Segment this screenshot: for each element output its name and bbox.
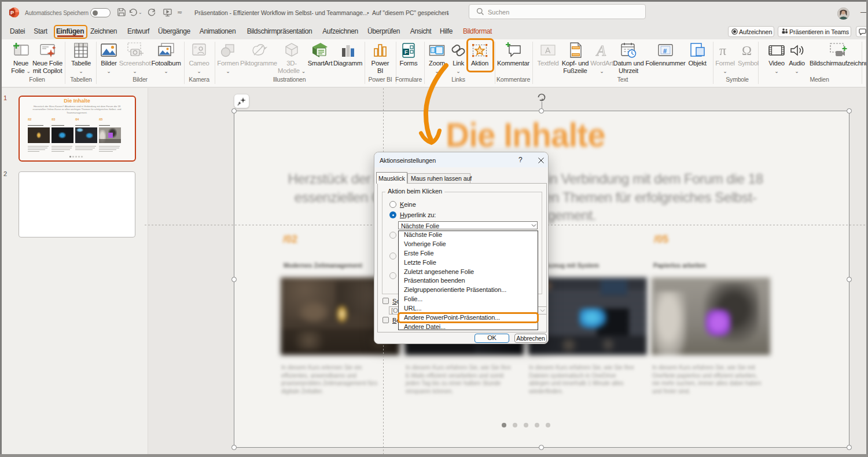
svg-text:#: # — [663, 47, 667, 54]
svg-text:P: P — [194, 46, 197, 49]
svg-text:π: π — [719, 43, 726, 58]
svg-text:F: F — [404, 49, 408, 55]
svg-text:Ω: Ω — [742, 43, 752, 58]
svg-text:A: A — [545, 46, 551, 55]
svg-text:A: A — [595, 42, 606, 59]
svg-text:P: P — [10, 10, 14, 16]
